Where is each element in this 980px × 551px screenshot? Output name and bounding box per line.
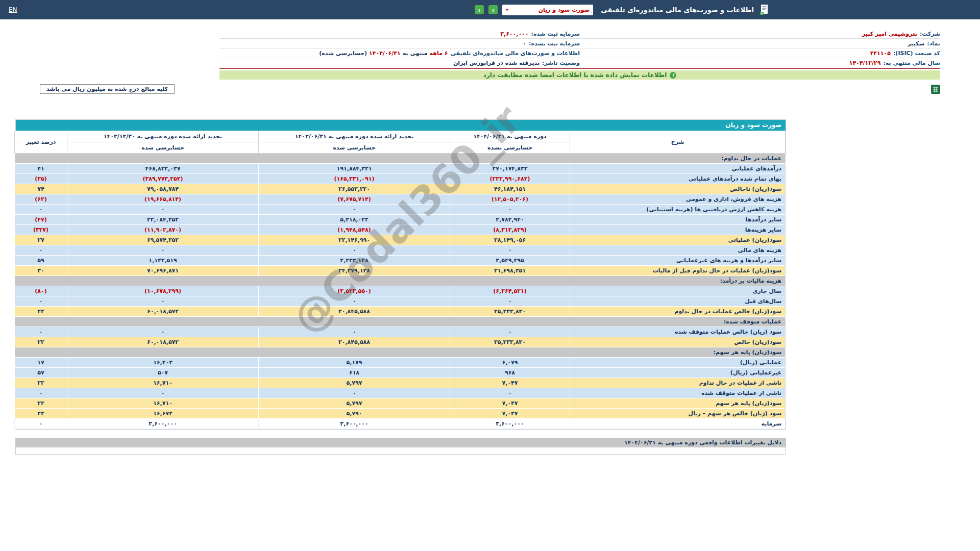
cell-value: ۳۱,۶۹۸,۳۵۱ xyxy=(450,266,570,276)
cell-value: ۰ xyxy=(259,327,450,337)
cell-value: ۶۰,۰۱۸,۵۷۲ xyxy=(67,307,259,317)
row-label: عملیات متوقف شده: xyxy=(15,317,786,327)
company-info-field: سرمایه ثبت شده:۳,۶۰۰,۰۰۰ xyxy=(219,31,580,37)
table-row: سود(زیان) خالص۲۵,۳۳۳,۸۳۰۲۰,۸۴۵,۵۸۸۶۰,۰۱۸… xyxy=(15,337,786,347)
section-header-row: سود(زیان) پایه هر سهم: xyxy=(15,347,786,358)
cell-value: ۰ xyxy=(67,327,259,337)
cell-value: ۲۷۰,۱۷۴,۸۳۳ xyxy=(450,164,570,174)
cell-value: ۵۹ xyxy=(15,256,67,266)
cell-value: ۲۷ xyxy=(15,235,67,245)
info-value: (حسابرسی شده) xyxy=(319,50,367,57)
table-header: شرحدوره منتهی به ۱۴۰۴/۰۶/۳۱تجدید ارائه ش… xyxy=(15,131,786,154)
company-info-field: وضعیت ناشر:پذیرفته شده در فرابورس ایران xyxy=(219,60,580,66)
cell-value: (۳۲۷) xyxy=(15,225,67,235)
cell-value: (۳۵) xyxy=(15,174,67,184)
company-info-panel: شرکت:پتروشیمی امیر کبیرسرمایه ثبت شده:۳,… xyxy=(219,29,940,69)
column-subheader: حسابرسی شده xyxy=(67,142,259,154)
cell-value: ۷۰,۶۹۶,۸۷۱ xyxy=(67,266,259,276)
info-value: ۱۴۰۴/۱۲/۲۹ xyxy=(849,60,881,66)
section-header-row: عملیات در حال تداوم: xyxy=(15,154,786,164)
section-header-row: عملیات متوقف شده: xyxy=(15,317,786,327)
column-subheader: حسابرسی شده xyxy=(259,142,450,154)
cell-value: ۲۰,۸۴۵,۵۸۸ xyxy=(259,337,450,347)
cell-value: ۱۶,۷۱۰ xyxy=(67,398,259,409)
column-header: درصد تغییر xyxy=(15,131,67,154)
prev-statement-button[interactable]: › xyxy=(488,5,498,14)
income-statement-section: صورت سود و زیان شرحدوره منتهی به ۱۴۰۴/۰۶… xyxy=(15,119,786,430)
header-main-group: اطلاعات و صورت‌های مالی میاندوره‌ای تلفی… xyxy=(475,4,770,16)
cell-value: ۰ xyxy=(67,205,259,215)
statement-dropdown[interactable]: صورت سود و زیان ▾ xyxy=(502,5,593,15)
info-label: کد صنعت (ISIC): xyxy=(893,50,940,57)
column-subheader: حسابرسی نشده xyxy=(450,142,570,154)
row-label: سایر درآمدها xyxy=(570,215,786,225)
company-info-rows: شرکت:پتروشیمی امیر کبیرسرمایه ثبت شده:۳,… xyxy=(219,29,940,68)
cell-value: ۲۲,۱۴۶,۹۹۰ xyxy=(259,235,450,245)
cell-value: ۱,۱۲۲,۵۱۹ xyxy=(67,256,259,266)
section-header-row: هزینه مالیات بر درآمد: xyxy=(15,276,786,286)
language-link[interactable]: EN xyxy=(9,6,17,13)
row-label: غیرعملیاتی (ریال) xyxy=(570,368,786,378)
cell-value: ۰ xyxy=(450,205,570,215)
row-label: سایر درآمدها و هزینه های غیرعملیاتی xyxy=(570,256,786,266)
company-info-field: سرمایه ثبت نشده:۰ xyxy=(219,40,580,47)
cell-value: (۸,۳۱۲,۸۲۹) xyxy=(450,225,570,235)
info-value: ۳,۶۰۰,۰۰۰ xyxy=(500,31,528,37)
cell-value: ۵,۲۱۸,۰۲۲ xyxy=(259,215,450,225)
excel-export-icon[interactable] xyxy=(931,85,940,94)
cell-value: (۱۹,۶۶۵,۸۱۴) xyxy=(67,194,259,205)
cell-value: ۷,۰۴۷ xyxy=(450,398,570,409)
cell-value: (۳,۵۳۳,۵۵۰) xyxy=(259,286,450,296)
company-info-field: کد صنعت (ISIC):۴۴۱۱۰۵ xyxy=(580,50,940,57)
table-title: صورت سود و زیان xyxy=(16,120,786,131)
cell-value: (۷,۶۷۵,۷۱۴) xyxy=(259,194,450,205)
cell-value: ۰ xyxy=(259,245,450,256)
cell-value: ۰ xyxy=(67,245,259,256)
cell-value: ۰ xyxy=(15,388,67,398)
cell-value: ۶۰,۰۱۸,۵۷۲ xyxy=(67,337,259,347)
cell-value: ۱۶,۲۰۳ xyxy=(67,358,259,368)
info-value: ۰ xyxy=(523,40,526,47)
cell-value: ۲۵,۳۳۳,۸۳۰ xyxy=(450,337,570,347)
cell-value: ۳,۶۰۰,۰۰۰ xyxy=(259,419,450,429)
table-row: ناشی از عملیات متوقف شده۰۰۰۰ xyxy=(15,388,786,398)
cell-value: ۲۴,۳۷۹,۱۳۸ xyxy=(259,266,450,276)
info-value: منتهی به xyxy=(403,50,428,57)
cell-value: ۶۹,۵۷۴,۳۵۲ xyxy=(67,235,259,245)
table-row: سود(زیان) عملیاتی۲۸,۱۴۹,۰۵۶۲۲,۱۴۶,۹۹۰۶۹,… xyxy=(15,235,786,245)
info-label: وضعیت ناشر: xyxy=(542,60,580,66)
cell-value: ۰ xyxy=(67,296,259,307)
cell-value: (۳۸۹,۷۷۳,۲۵۳) xyxy=(67,174,259,184)
info-value: پتروشیمی امیر کبیر xyxy=(862,31,917,37)
cell-value: ۲۲ xyxy=(15,378,67,388)
cell-value: (۲۲۳,۹۹۰,۶۸۲) xyxy=(450,174,570,184)
row-label: سال جاری xyxy=(570,286,786,296)
cell-value: (۱۲,۵۰۵,۲۰۶) xyxy=(450,194,570,205)
company-info-field: سال مالی منتهی به:۱۴۰۴/۱۲/۲۹ xyxy=(580,60,940,66)
changes-reason-section: دلایل تغییرات اطلاعات واقعی دوره منتهی ب… xyxy=(15,438,786,455)
cell-value: ۱۹۱,۸۸۴,۳۲۱ xyxy=(259,164,450,174)
cell-value: ۲۲ xyxy=(15,337,67,347)
row-label: هزینه مالیات بر درآمد: xyxy=(15,276,786,286)
cell-value: ۱۶,۷۱۰ xyxy=(67,378,259,388)
row-label: ناشی از عملیات متوقف شده xyxy=(570,388,786,398)
cell-value: ۰ xyxy=(15,245,67,256)
table-row: سود(زیان) عملیات در حال تداوم قبل از مال… xyxy=(15,266,786,276)
info-label: نماد: xyxy=(927,40,940,47)
cell-value: ۷۴ xyxy=(15,184,67,194)
cell-value: ۰ xyxy=(450,327,570,337)
cell-value: ۰ xyxy=(67,388,259,398)
row-label: هزینه های مالی xyxy=(570,245,786,256)
cell-value: ۹۶۸ xyxy=(450,368,570,378)
changes-reason-body xyxy=(16,447,786,454)
table-row: درآمدهای عملیاتی۲۷۰,۱۷۴,۸۳۳۱۹۱,۸۸۴,۳۲۱۴۶… xyxy=(15,164,786,174)
row-label: سود (زیان) خالص عملیات متوقف شده xyxy=(570,327,786,337)
cell-value: ۷,۰۳۷ xyxy=(450,409,570,419)
column-header: تجدید ارائه شده دوره منتهی به ۱۴۰۳/۰۶/۳۱ xyxy=(259,131,450,142)
table-row: سایر درآمدها۲,۷۸۲,۹۴۰۵,۲۱۸,۰۲۲۲۲,۰۸۴,۲۵۲… xyxy=(15,215,786,225)
table-row: سایر درآمدها و هزینه های غیرعملیاتی۳,۵۴۹… xyxy=(15,256,786,266)
next-statement-button[interactable]: ‹ xyxy=(475,5,484,14)
table-row: هزینه کاهش ارزش دریافتنی ها (هزینه استثن… xyxy=(15,205,786,215)
row-label: درآمدهای عملیاتی xyxy=(570,164,786,174)
cell-value: (۱,۹۴۸,۵۴۸) xyxy=(259,225,450,235)
